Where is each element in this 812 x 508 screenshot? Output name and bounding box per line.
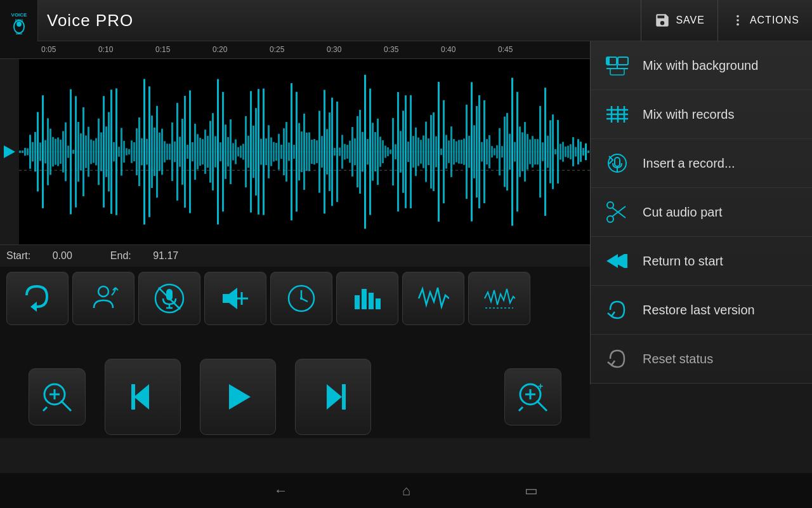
tool-buttons <box>0 267 590 330</box>
svg-rect-26 <box>376 298 381 309</box>
svg-point-4 <box>16 22 22 27</box>
tick-7: 0:40 <box>441 45 455 54</box>
svg-rect-24 <box>362 289 367 309</box>
play-indicator <box>0 59 19 244</box>
return-start-label: Return to start <box>643 254 723 269</box>
skip-end-button[interactable] <box>295 359 371 435</box>
svg-line-29 <box>61 401 71 411</box>
mix-background-icon <box>603 51 631 79</box>
mix-records-icon <box>603 100 631 128</box>
svg-marker-64 <box>606 254 618 268</box>
status-bar: Start: 0.00 End: 91.17 <box>0 244 590 267</box>
svg-text:+: + <box>538 381 543 391</box>
tick-4: 0:25 <box>270 45 284 54</box>
tick-2: 0:15 <box>155 45 170 54</box>
actions-button[interactable]: ACTIONS <box>717 0 812 41</box>
save-label: SAVE <box>676 15 705 26</box>
svg-rect-65 <box>624 254 627 268</box>
menu-item-return-start[interactable]: Return to start <box>591 237 812 286</box>
svg-rect-34 <box>131 384 135 410</box>
home-nav-button[interactable]: ⌂ <box>402 483 410 499</box>
svg-rect-37 <box>342 384 346 410</box>
menu-item-restore-last[interactable]: Restore last version <box>591 286 812 335</box>
skip-start-button[interactable] <box>105 359 181 435</box>
spacer-row <box>0 330 590 356</box>
android-nav: ← ⌂ ▭ <box>0 473 812 508</box>
svg-rect-49 <box>610 69 624 75</box>
svg-line-61 <box>612 206 625 217</box>
svg-rect-45 <box>606 57 610 65</box>
restore-last-label: Restore last version <box>643 303 755 318</box>
insert-record-label: Insert a record... <box>643 156 735 171</box>
svg-rect-58 <box>615 157 620 166</box>
app-title: Voice PRO <box>47 11 641 30</box>
zoom-in-button[interactable]: + <box>504 368 561 425</box>
svg-point-10 <box>98 286 108 297</box>
noise-button[interactable] <box>468 272 530 325</box>
recent-nav-button[interactable]: ▭ <box>525 483 538 499</box>
mix-records-label: Mix with records <box>643 107 734 122</box>
svg-marker-36 <box>327 384 342 410</box>
left-panel: 0:05 0:10 0:15 0:20 0:25 0:30 0:35 0:40 … <box>0 41 590 508</box>
reset-status-icon <box>603 345 631 373</box>
restore-last-icon <box>603 296 631 324</box>
svg-marker-35 <box>229 384 251 410</box>
end-label: End: 91.17 <box>110 250 197 262</box>
cut-audio-icon <box>603 198 631 226</box>
menu-item-mix-records[interactable]: Mix with records <box>591 90 812 139</box>
tick-8: 0:45 <box>498 45 513 54</box>
tick-3: 0:20 <box>213 45 227 54</box>
time-button[interactable] <box>270 272 332 325</box>
undo-button[interactable] <box>6 272 69 325</box>
svg-marker-16 <box>223 288 237 309</box>
person-refresh-button[interactable] <box>72 272 134 325</box>
time-ruler: 0:05 0:10 0:15 0:20 0:25 0:30 0:35 0:40 … <box>0 41 590 59</box>
svg-rect-46 <box>618 57 628 65</box>
waveform-button[interactable] <box>402 272 464 325</box>
header-actions: SAVE ACTIONS <box>641 0 812 41</box>
actions-dropdown: Mix with background Mix with records <box>590 41 812 384</box>
svg-point-9 <box>737 23 739 26</box>
waveform-area[interactable] <box>0 59 590 244</box>
svg-point-8 <box>737 19 739 22</box>
no-mic-button[interactable] <box>138 272 200 325</box>
transport-row: + <box>0 356 590 438</box>
tick-0: 0:05 <box>41 45 56 54</box>
back-nav-button[interactable]: ← <box>274 483 288 499</box>
equalizer-button[interactable] <box>336 272 398 325</box>
save-icon <box>654 12 671 29</box>
zoom-out-button[interactable] <box>29 368 86 425</box>
svg-text:VOICE: VOICE <box>11 12 27 18</box>
app-logo: VOICE PRO <box>0 0 38 41</box>
reset-status-label: Reset status <box>643 352 713 366</box>
svg-marker-33 <box>134 384 149 410</box>
menu-item-reset-status[interactable]: Reset status <box>591 335 812 384</box>
actions-icon <box>731 13 745 27</box>
tick-6: 0:35 <box>384 45 398 54</box>
mix-background-label: Mix with background <box>643 58 758 73</box>
return-start-icon <box>603 247 631 275</box>
svg-line-39 <box>537 401 547 411</box>
play-button[interactable] <box>200 359 276 435</box>
menu-item-insert-record[interactable]: Insert a record... <box>591 139 812 188</box>
cut-audio-label: Cut audio part <box>643 205 723 220</box>
start-label: Start: 0.00 <box>6 250 91 262</box>
svg-point-22 <box>300 297 303 300</box>
svg-line-62 <box>612 208 625 218</box>
svg-rect-25 <box>369 293 374 309</box>
svg-rect-23 <box>355 295 360 309</box>
app-header: VOICE PRO Voice PRO SAVE ACTIONS <box>0 0 812 41</box>
insert-record-icon <box>603 149 631 177</box>
volume-down-button[interactable] <box>204 272 266 325</box>
actions-label: ACTIONS <box>750 15 799 26</box>
menu-item-mix-background[interactable]: Mix with background <box>591 41 812 90</box>
svg-line-32 <box>43 407 47 411</box>
tick-1: 0:10 <box>98 45 113 54</box>
timeline-container[interactable]: 0:05 0:10 0:15 0:20 0:25 0:30 0:35 0:40 … <box>0 41 590 244</box>
svg-line-42 <box>519 407 523 411</box>
waveform-canvas <box>19 59 590 244</box>
save-button[interactable]: SAVE <box>641 0 717 41</box>
svg-point-7 <box>737 15 739 18</box>
tick-5: 0:30 <box>327 45 341 54</box>
menu-item-cut-audio[interactable]: Cut audio part <box>591 188 812 237</box>
